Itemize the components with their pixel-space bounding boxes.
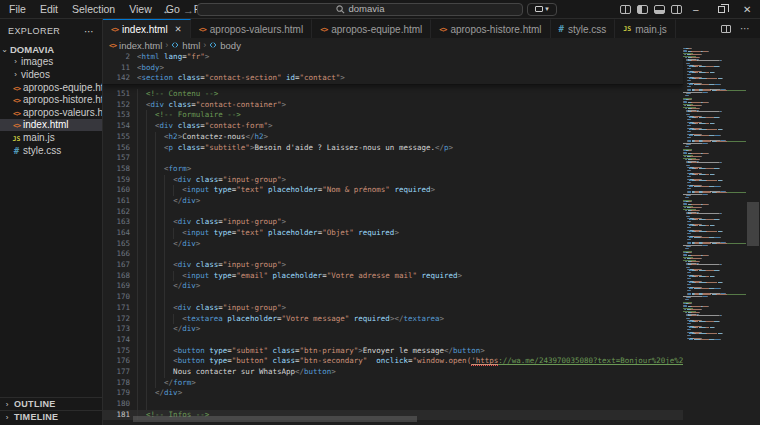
menu-view[interactable]: View bbox=[122, 0, 159, 19]
toggle-panel-icon[interactable] bbox=[654, 5, 665, 14]
code-line-151[interactable]: 151 <!-- Contenu --> bbox=[103, 89, 683, 100]
code-lines[interactable]: 151 <!-- Contenu -->152 <div class="cont… bbox=[103, 89, 683, 420]
tab-apropos-equipe.html[interactable]: <>apropos-equipe.html bbox=[312, 19, 431, 38]
code-line-171[interactable]: 171 <div class="input-group"> bbox=[103, 303, 683, 314]
line-number[interactable]: 158 bbox=[103, 164, 130, 175]
close-icon[interactable]: ✕ bbox=[175, 24, 182, 34]
code-line-168[interactable]: 168 <input type="email" placeholder="Vot… bbox=[103, 271, 683, 282]
code-line-179[interactable]: 179 </div> bbox=[103, 388, 683, 399]
menu-file[interactable]: File bbox=[2, 0, 33, 19]
code-line-152[interactable]: 152 <div class="contact-container"> bbox=[103, 100, 683, 111]
line-number[interactable]: 160 bbox=[103, 185, 130, 196]
code-line-169[interactable]: 169 </div> bbox=[103, 281, 683, 292]
line-number[interactable]: 154 bbox=[103, 121, 130, 132]
code-line-175[interactable]: 175 <button type="submit" class="btn-pri… bbox=[103, 346, 683, 357]
line-number[interactable]: 181 bbox=[103, 410, 130, 421]
tree-item-index.html[interactable]: <>index.html bbox=[0, 119, 102, 132]
line-number[interactable]: 152 bbox=[103, 100, 130, 111]
tree-item-apropos-histore.html[interactable]: <>apropos-histore.html bbox=[0, 93, 102, 106]
line-number[interactable]: 151 bbox=[103, 89, 130, 100]
code-line-180[interactable]: 180 bbox=[103, 399, 683, 410]
line-number[interactable]: 169 bbox=[103, 281, 130, 292]
line-number[interactable]: 170 bbox=[103, 292, 130, 303]
close-button[interactable]: ✕ bbox=[734, 0, 760, 19]
code-line-153[interactable]: 153 <!-- Formulaire --> bbox=[103, 110, 683, 121]
line-number[interactable]: 175 bbox=[103, 346, 130, 357]
code-line-142[interactable]: 142<section class="contact-section" id="… bbox=[103, 73, 683, 84]
line-number[interactable]: 177 bbox=[103, 367, 130, 378]
code-line-161[interactable]: 161 </div> bbox=[103, 196, 683, 207]
code-line-163[interactable]: 163 <div class="input-group"> bbox=[103, 217, 683, 228]
tab-index.html[interactable]: <>index.html✕ bbox=[103, 19, 191, 38]
code-line-167[interactable]: 167 <div class="input-group"> bbox=[103, 260, 683, 271]
tree-item-style.css[interactable]: #style.css bbox=[0, 144, 102, 157]
sticky-scroll[interactable]: 2<html lang="fr">11<body>142<section cla… bbox=[103, 52, 683, 85]
tree-item-videos[interactable]: ›videos bbox=[0, 68, 102, 81]
line-number[interactable]: 162 bbox=[103, 207, 130, 218]
minimap[interactable] bbox=[683, 48, 746, 425]
code-line-160[interactable]: 160 <input type="text" placeholder="Nom … bbox=[103, 185, 683, 196]
line-number[interactable]: 153 bbox=[103, 110, 130, 121]
vertical-scrollbar[interactable] bbox=[746, 19, 760, 425]
line-number[interactable]: 167 bbox=[103, 260, 130, 271]
code-line-172[interactable]: 172 <textarea placeholder="Votre message… bbox=[103, 314, 683, 325]
code-line-11[interactable]: 11<body> bbox=[103, 63, 683, 74]
line-number[interactable]: 11 bbox=[103, 63, 130, 74]
line-number[interactable]: 168 bbox=[103, 271, 130, 282]
line-number[interactable]: 171 bbox=[103, 303, 130, 314]
code-line-173[interactable]: 173 </div> bbox=[103, 324, 683, 335]
split-editor-icon[interactable] bbox=[721, 25, 731, 33]
line-number[interactable]: 178 bbox=[103, 378, 130, 389]
tree-item-apropos-equipe.html[interactable]: <>apropos-equipe.html bbox=[0, 81, 102, 94]
line-number[interactable]: 173 bbox=[103, 324, 130, 335]
line-number[interactable]: 179 bbox=[103, 388, 130, 399]
line-number[interactable]: 155 bbox=[103, 132, 130, 143]
line-number[interactable]: 172 bbox=[103, 314, 130, 325]
line-number[interactable]: 163 bbox=[103, 217, 130, 228]
code-line-176[interactable]: 176 <button type="button" class="btn-sec… bbox=[103, 356, 683, 367]
code-line-159[interactable]: 159 <div class="input-group"> bbox=[103, 175, 683, 186]
code-line-174[interactable]: 174 bbox=[103, 335, 683, 346]
code-line-155[interactable]: 155 <h2>Contactez-nous</h2> bbox=[103, 132, 683, 143]
tree-item-main.js[interactable]: JSmain.js bbox=[0, 131, 102, 144]
code-line-156[interactable]: 156 <p class="subtitle">Besoin d'aide ? … bbox=[103, 143, 683, 154]
code-line-178[interactable]: 178 </form> bbox=[103, 378, 683, 389]
menu-edit[interactable]: Edit bbox=[33, 0, 65, 19]
code-line-166[interactable]: 166 bbox=[103, 249, 683, 260]
line-number[interactable]: 156 bbox=[103, 143, 130, 154]
code-line-154[interactable]: 154 <div class="contact-form"> bbox=[103, 121, 683, 132]
customize-layout-icon[interactable] bbox=[620, 5, 631, 14]
code-line-170[interactable]: 170 bbox=[103, 292, 683, 303]
toggle-secondary-sidebar-icon[interactable] bbox=[671, 5, 682, 14]
forward-arrow-icon[interactable]: → bbox=[183, 4, 194, 16]
line-number[interactable]: 159 bbox=[103, 175, 130, 186]
tree-item-apropos-valeurs.html[interactable]: <>apropos-valeurs.html bbox=[0, 106, 102, 119]
line-number[interactable]: 157 bbox=[103, 153, 130, 164]
line-number[interactable]: 180 bbox=[103, 399, 130, 410]
tab-apropos-histore.html[interactable]: <>apropos-histore.html bbox=[431, 19, 550, 38]
tab-style.css[interactable]: #style.css bbox=[551, 19, 616, 38]
back-arrow-icon[interactable]: ← bbox=[162, 4, 173, 16]
line-number[interactable]: 166 bbox=[103, 249, 130, 260]
code-line-162[interactable]: 162 bbox=[103, 207, 683, 218]
code-line-157[interactable]: 157 bbox=[103, 153, 683, 164]
line-number[interactable]: 174 bbox=[103, 335, 130, 346]
line-number[interactable]: 165 bbox=[103, 239, 130, 250]
code-line-165[interactable]: 165 </div> bbox=[103, 239, 683, 250]
minimize-button[interactable]: – bbox=[683, 0, 709, 19]
toggle-primary-sidebar-icon[interactable] bbox=[637, 5, 648, 14]
command-center-search[interactable]: domavia bbox=[197, 3, 523, 17]
breadcrumb-item-index.html[interactable]: <>index.html bbox=[109, 40, 162, 51]
tab-main.js[interactable]: JSmain.js bbox=[615, 19, 676, 38]
outline-section[interactable]: › OUTLINE bbox=[0, 397, 102, 410]
line-number[interactable]: 176 bbox=[103, 356, 130, 367]
breadcrumb-item-html[interactable]: html bbox=[171, 40, 200, 51]
code-line-2[interactable]: 2<html lang="fr"> bbox=[103, 52, 683, 63]
line-number[interactable]: 161 bbox=[103, 196, 130, 207]
code-line-158[interactable]: 158 <form> bbox=[103, 164, 683, 175]
code-editor[interactable]: 2<html lang="fr">11<body>142<section cla… bbox=[103, 52, 760, 425]
tree-item-DOMAVIA[interactable]: ⌄DOMAVIA bbox=[0, 43, 102, 56]
line-number[interactable]: 142 bbox=[103, 73, 130, 84]
line-number[interactable]: 164 bbox=[103, 228, 130, 239]
code-line-177[interactable]: 177 Nous contacter sur WhatsApp</button> bbox=[103, 367, 683, 378]
